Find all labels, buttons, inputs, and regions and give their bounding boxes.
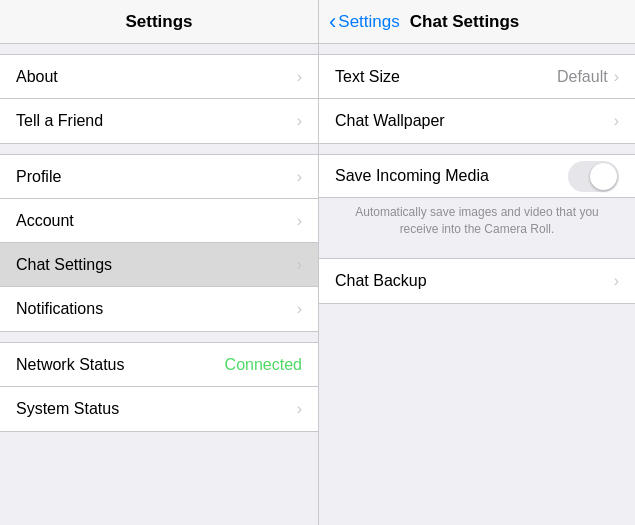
- save-media-description: Automatically save images and video that…: [319, 198, 635, 248]
- right-header: ‹ Settings Chat Settings: [319, 0, 635, 44]
- right-section-3: Chat Backup ›: [319, 258, 635, 304]
- sidebar-item-tell-a-friend[interactable]: Tell a Friend ›: [0, 99, 318, 143]
- save-media-row: Save Incoming Media: [319, 154, 635, 198]
- notifications-label: Notifications: [16, 300, 103, 318]
- sidebar-item-network-status[interactable]: Network Status Connected: [0, 343, 318, 387]
- text-size-chevron: ›: [614, 68, 619, 86]
- right-section-1: Text Size Default › Chat Wallpaper ›: [319, 54, 635, 144]
- system-status-label: System Status: [16, 400, 119, 418]
- section-3: Network Status Connected System Status ›: [0, 342, 318, 432]
- system-status-chevron: ›: [297, 400, 302, 418]
- right-gap-3: [319, 248, 635, 258]
- section-2: Profile › Account › Chat Settings › Noti…: [0, 154, 318, 332]
- back-chevron-icon: ‹: [329, 9, 336, 35]
- network-status-label: Network Status: [16, 356, 124, 374]
- back-label: Settings: [338, 12, 399, 32]
- save-media-label: Save Incoming Media: [335, 167, 489, 185]
- account-chevron: ›: [297, 212, 302, 230]
- chat-settings-label: Chat Settings: [16, 256, 112, 274]
- profile-label: Profile: [16, 168, 61, 186]
- chat-backup-label: Chat Backup: [335, 272, 427, 290]
- chat-backup-chevron: ›: [614, 272, 619, 290]
- network-status-value: Connected: [225, 356, 302, 374]
- back-button[interactable]: ‹ Settings: [329, 9, 400, 35]
- section-gap-3: [0, 332, 318, 342]
- sidebar-item-about[interactable]: About ›: [0, 55, 318, 99]
- section-gap-2: [0, 144, 318, 154]
- right-item-chat-wallpaper[interactable]: Chat Wallpaper ›: [319, 99, 635, 143]
- section-1: About › Tell a Friend ›: [0, 54, 318, 144]
- about-chevron: ›: [297, 68, 302, 86]
- left-panel: Settings About › Tell a Friend › Profile…: [0, 0, 318, 525]
- sidebar-item-chat-settings[interactable]: Chat Settings ›: [0, 243, 318, 287]
- toggle-knob: [590, 163, 617, 190]
- save-media-toggle[interactable]: [568, 161, 619, 192]
- sidebar-item-profile[interactable]: Profile ›: [0, 155, 318, 199]
- right-panel: ‹ Settings Chat Settings Text Size Defau…: [318, 0, 635, 525]
- account-label: Account: [16, 212, 74, 230]
- sidebar-item-account[interactable]: Account ›: [0, 199, 318, 243]
- tell-friend-label: Tell a Friend: [16, 112, 103, 130]
- right-gap-2: [319, 144, 635, 154]
- chat-wallpaper-chevron: ›: [614, 112, 619, 130]
- left-header: Settings: [0, 0, 318, 44]
- tell-friend-chevron: ›: [297, 112, 302, 130]
- right-gap-1: [319, 44, 635, 54]
- sidebar-item-system-status[interactable]: System Status ›: [0, 387, 318, 431]
- sidebar-item-notifications[interactable]: Notifications ›: [0, 287, 318, 331]
- text-size-value: Default: [557, 68, 608, 86]
- chat-settings-chevron: ›: [297, 256, 302, 274]
- left-panel-title: Settings: [125, 12, 192, 32]
- section-gap-1: [0, 44, 318, 54]
- right-item-text-size[interactable]: Text Size Default ›: [319, 55, 635, 99]
- profile-chevron: ›: [297, 168, 302, 186]
- chat-wallpaper-label: Chat Wallpaper: [335, 112, 445, 130]
- text-size-label: Text Size: [335, 68, 400, 86]
- right-panel-title: Chat Settings: [410, 12, 520, 32]
- notifications-chevron: ›: [297, 300, 302, 318]
- about-label: About: [16, 68, 58, 86]
- right-item-chat-backup[interactable]: Chat Backup ›: [319, 259, 635, 303]
